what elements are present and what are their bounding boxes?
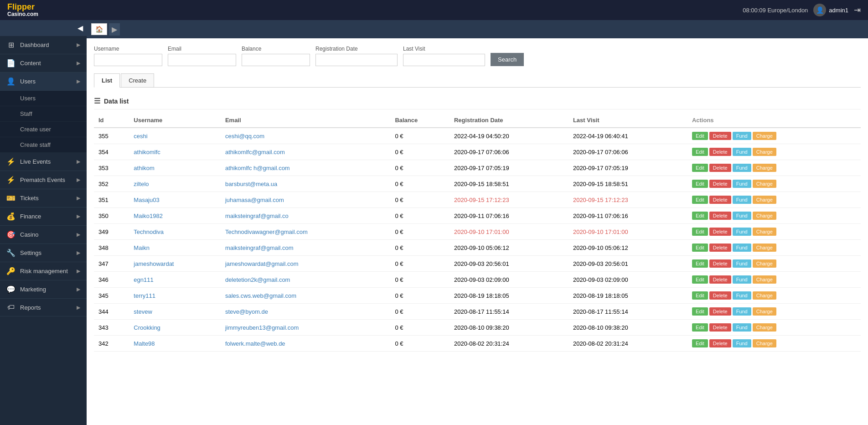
reg-date-input[interactable] xyxy=(315,54,398,66)
sidebar-item-reports[interactable]: 🏷 Reports ▶ xyxy=(0,299,87,316)
sidebar-item-live-events[interactable]: ⚡ Live Events ▶ xyxy=(0,153,87,171)
edit-button[interactable]: Edit xyxy=(692,132,708,140)
edit-button[interactable]: Edit xyxy=(692,148,708,156)
delete-button[interactable]: Delete xyxy=(709,323,731,332)
sidebar-item-prematch-events[interactable]: ⚡ Prematch Events ▶ xyxy=(0,171,87,189)
sidebar-item-tickets[interactable]: 🎫 Tickets ▶ xyxy=(0,189,87,207)
search-button[interactable]: Search xyxy=(491,53,524,66)
charge-button[interactable]: Charge xyxy=(753,180,776,188)
edit-button[interactable]: Edit xyxy=(692,180,708,188)
sidebar-item-risk-management[interactable]: 🔑 Risk management ▶ xyxy=(0,262,87,280)
username-link[interactable]: stevew xyxy=(134,308,152,315)
charge-button[interactable]: Charge xyxy=(753,339,776,347)
fund-button[interactable]: Fund xyxy=(733,259,751,268)
username-link[interactable]: jameshowardat xyxy=(134,260,174,267)
charge-button[interactable]: Charge xyxy=(753,244,776,252)
username-link[interactable]: ziltelo xyxy=(134,181,149,187)
edit-button[interactable]: Edit xyxy=(692,291,708,300)
logout-icon[interactable]: ⇥ xyxy=(854,5,861,15)
sidebar-sub-item-users[interactable]: Users xyxy=(0,91,87,106)
fund-button[interactable]: Fund xyxy=(733,164,751,172)
edit-button[interactable]: Edit xyxy=(692,259,708,268)
email-input[interactable] xyxy=(168,54,236,66)
fund-button[interactable]: Fund xyxy=(733,196,751,204)
edit-button[interactable]: Edit xyxy=(692,244,708,252)
username-link[interactable]: Crookking xyxy=(134,324,160,331)
breadcrumb-forward-icon[interactable]: ▶ xyxy=(109,23,120,36)
delete-button[interactable]: Delete xyxy=(709,212,731,220)
fund-button[interactable]: Fund xyxy=(733,323,751,332)
username-link[interactable]: athikomlfc xyxy=(134,149,160,155)
username-link[interactable]: Malte98 xyxy=(134,340,155,347)
sidebar-item-dashboard[interactable]: ⊞ Dashboard ▶ xyxy=(0,36,87,54)
sidebar-item-users[interactable]: 👤 Users ▶ xyxy=(0,73,87,91)
username-link[interactable]: Masaju03 xyxy=(134,197,159,203)
delete-button[interactable]: Delete xyxy=(709,307,731,316)
sidebar-toggle[interactable]: ◀ xyxy=(0,20,87,36)
sidebar-sub-item-create-staff[interactable]: Create staff xyxy=(0,137,87,153)
fund-button[interactable]: Fund xyxy=(733,212,751,220)
sidebar-item-finance[interactable]: 💰 Finance ▶ xyxy=(0,207,87,226)
sidebar-item-settings[interactable]: 🔧 Settings ▶ xyxy=(0,244,87,262)
email-link[interactable]: ceshi@qq.com xyxy=(225,133,264,140)
edit-button[interactable]: Edit xyxy=(692,275,708,284)
email-link[interactable]: athikomlfc h@gmail.com xyxy=(225,165,290,171)
tab-create[interactable]: Create xyxy=(121,73,154,87)
sidebar-sub-item-staff[interactable]: Staff xyxy=(0,106,87,122)
edit-button[interactable]: Edit xyxy=(692,228,708,236)
charge-button[interactable]: Charge xyxy=(753,307,776,316)
email-link[interactable]: barsburst@meta.ua xyxy=(225,181,277,187)
delete-button[interactable]: Delete xyxy=(709,244,731,252)
sidebar-item-marketing[interactable]: 💬 Marketing ▶ xyxy=(0,280,87,299)
tab-list[interactable]: List xyxy=(94,73,120,88)
charge-button[interactable]: Charge xyxy=(753,228,776,236)
last-visit-input[interactable] xyxy=(403,54,485,66)
email-link[interactable]: maiksteingraf@gmail.com xyxy=(225,244,294,251)
breadcrumb-home[interactable]: 🏠 xyxy=(91,23,107,35)
fund-button[interactable]: Fund xyxy=(733,291,751,300)
fund-button[interactable]: Fund xyxy=(733,228,751,236)
email-link[interactable]: sales.cws.web@gmail.com xyxy=(225,292,296,299)
email-link[interactable]: folwerk.malte@web.de xyxy=(225,340,285,347)
delete-button[interactable]: Delete xyxy=(709,180,731,188)
delete-button[interactable]: Delete xyxy=(709,196,731,204)
delete-button[interactable]: Delete xyxy=(709,148,731,156)
sidebar-item-casino[interactable]: 🎯 Casino ▶ xyxy=(0,226,87,244)
username-link[interactable]: athikom xyxy=(134,165,155,171)
edit-button[interactable]: Edit xyxy=(692,307,708,316)
email-link[interactable]: deletetion2k@gmail.com xyxy=(225,276,290,283)
fund-button[interactable]: Fund xyxy=(733,180,751,188)
charge-button[interactable]: Charge xyxy=(753,132,776,140)
charge-button[interactable]: Charge xyxy=(753,275,776,284)
charge-button[interactable]: Charge xyxy=(753,212,776,220)
delete-button[interactable]: Delete xyxy=(709,132,731,140)
charge-button[interactable]: Charge xyxy=(753,164,776,172)
delete-button[interactable]: Delete xyxy=(709,228,731,236)
charge-button[interactable]: Charge xyxy=(753,323,776,332)
username-link[interactable]: Technodiva xyxy=(134,228,164,235)
email-link[interactable]: athikomlfc@gmail.com xyxy=(225,149,285,155)
edit-button[interactable]: Edit xyxy=(692,323,708,332)
username-link[interactable]: ceshi xyxy=(134,133,147,140)
charge-button[interactable]: Charge xyxy=(753,259,776,268)
fund-button[interactable]: Fund xyxy=(733,307,751,316)
delete-button[interactable]: Delete xyxy=(709,339,731,347)
email-link[interactable]: maiksteingraf@gmail.co xyxy=(225,212,289,219)
email-link[interactable]: steve@byom.de xyxy=(225,308,268,315)
username-link[interactable]: egn111 xyxy=(134,276,153,283)
balance-input[interactable] xyxy=(242,54,310,66)
edit-button[interactable]: Edit xyxy=(692,196,708,204)
sidebar-sub-item-create-user[interactable]: Create user xyxy=(0,122,87,137)
fund-button[interactable]: Fund xyxy=(733,148,751,156)
charge-button[interactable]: Charge xyxy=(753,148,776,156)
edit-button[interactable]: Edit xyxy=(692,212,708,220)
fund-button[interactable]: Fund xyxy=(733,339,751,347)
email-link[interactable]: Technodivawagner@gmail.com xyxy=(225,228,308,235)
fund-button[interactable]: Fund xyxy=(733,275,751,284)
email-link[interactable]: jimmyreuben13@gmail.com xyxy=(225,324,299,331)
username-link[interactable]: terry111 xyxy=(134,292,155,299)
delete-button[interactable]: Delete xyxy=(709,291,731,300)
username-link[interactable]: Maikn xyxy=(134,244,150,251)
charge-button[interactable]: Charge xyxy=(753,196,776,204)
email-link[interactable]: jameshowardat@gmail.com xyxy=(225,260,299,267)
